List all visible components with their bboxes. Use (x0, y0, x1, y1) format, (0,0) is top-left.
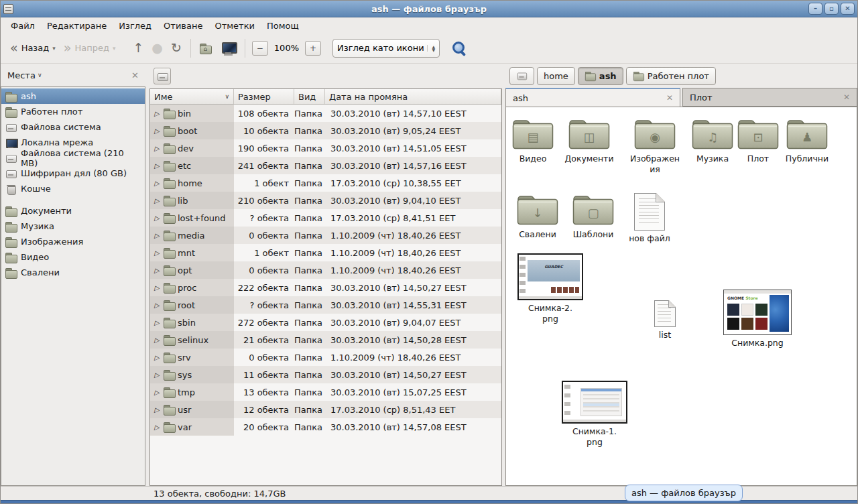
file-item[interactable]: нов файл (617, 193, 682, 244)
menu-item[interactable]: Помощ (261, 19, 305, 32)
close-button[interactable]: ✕ (841, 3, 855, 15)
table-row[interactable]: ▷ usr 12 обекта Папка 17.03.2010 (ср) 8,… (150, 401, 501, 418)
table-row[interactable]: ▷ sbin 272 обекта Папка 30.03.2010 (вт) … (150, 314, 501, 331)
table-row[interactable]: ▷ dev 190 обекта Папка 30.03.2010 (вт) 1… (150, 139, 501, 157)
sidebar-close-icon[interactable]: ✕ (131, 70, 139, 80)
folder-item[interactable]: ◫ Документи (557, 117, 621, 164)
breadcrumb-button[interactable]: home (537, 67, 575, 85)
table-row[interactable]: ▷ opt 0 обекта Папка 1.10.2009 (чт) 18,4… (150, 261, 501, 279)
folder-item[interactable]: ↓ Свалени (505, 193, 570, 240)
table-row[interactable]: ▷ srv 0 обекта Папка 1.10.2009 (чт) 18,4… (150, 349, 501, 366)
sidebar-item-музика[interactable]: Музика (1, 218, 145, 234)
table-row[interactable]: ▷ tmp 13 обекта Папка 30.03.2010 (вт) 15… (150, 383, 501, 401)
table-row[interactable]: ▷ lost+found ? обекта Папка 17.03.2010 (… (150, 209, 501, 227)
column-header-name[interactable]: Име∨ (150, 89, 234, 104)
sidebar-title[interactable]: Места (7, 70, 36, 80)
sidebar-item-ash[interactable]: ash (1, 88, 145, 104)
table-row[interactable]: ▷ selinux 21 обекта Папка 30.03.2010 (вт… (150, 331, 501, 349)
column-header-size[interactable]: Размер (234, 89, 294, 104)
expander-icon[interactable]: ▷ (154, 406, 161, 414)
computer-button[interactable] (217, 37, 240, 60)
expander-icon[interactable]: ▷ (154, 267, 161, 274)
menu-item[interactable]: Редактиране (41, 19, 113, 32)
table-row[interactable]: ▷ media 0 обекта Папка 1.10.2009 (чт) 18… (150, 227, 501, 244)
forward-button[interactable]: » Напред ▾ (60, 37, 120, 60)
file-item[interactable]: list (633, 300, 697, 340)
back-button[interactable]: « Назад ▾ (6, 37, 60, 60)
sidebar-item-документи[interactable]: Документи (1, 203, 145, 218)
sidebar-item-работен[interactable]: Работен плот (1, 104, 145, 119)
expander-icon[interactable]: ▷ (154, 110, 161, 117)
chevron-down-icon[interactable]: ∨ (38, 72, 42, 78)
search-icon[interactable] (452, 41, 467, 56)
expander-icon[interactable]: ▷ (154, 336, 161, 344)
expander-icon[interactable]: ▷ (154, 424, 161, 431)
spinner-icon: ▲▼ (427, 45, 435, 52)
sidebar-item-файлова[interactable]: Файлова система (210 MB) (1, 150, 145, 166)
expander-icon[interactable]: ▷ (154, 232, 161, 239)
breadcrumb-button[interactable]: ash (578, 67, 623, 85)
table-row[interactable]: ▷ etc 241 обекта Папка 30.03.2010 (вт) 1… (150, 157, 501, 174)
expander-icon[interactable]: ▷ (154, 354, 161, 361)
reload-button[interactable]: ↻ (167, 37, 186, 60)
file-browser-window: ash — файлов браузър – ▫ ✕ ФайлРедактира… (0, 0, 858, 504)
home-button[interactable]: ⌂ (196, 37, 217, 60)
tab-плот[interactable]: Плот ✕ (682, 88, 857, 107)
table-row[interactable]: ▷ proc 222 обекта Папка 30.03.2010 (вт) … (150, 279, 501, 296)
menu-item[interactable]: Отметки (208, 19, 260, 32)
up-button[interactable]: ↑ (129, 37, 147, 60)
tab-close-icon[interactable]: ✕ (666, 93, 673, 103)
folder-item[interactable]: ▤ Видео (505, 117, 565, 164)
breadcrumb-button[interactable]: Работен плот (626, 67, 716, 85)
minimize-button[interactable]: – (808, 3, 822, 15)
expander-icon[interactable]: ▷ (154, 127, 161, 135)
menu-item[interactable]: Отиване (158, 19, 208, 32)
zoom-out-button[interactable]: − (252, 41, 268, 56)
expander-icon[interactable]: ▷ (154, 319, 161, 326)
view-mode-select[interactable]: Изглед като икони ▲▼ (332, 39, 440, 58)
expander-icon[interactable]: ▷ (154, 371, 161, 379)
sidebar-item-кошче[interactable]: Кошче (1, 181, 145, 196)
table-row[interactable]: ▷ lib 210 обекта Папка 30.03.2010 (вт) 9… (150, 192, 501, 209)
expander-icon[interactable]: ▷ (154, 389, 161, 396)
expander-icon[interactable]: ▷ (154, 249, 161, 257)
menu-item[interactable]: Изглед (113, 19, 158, 32)
menu-item[interactable]: Файл (5, 19, 41, 32)
expander-icon[interactable]: ▷ (154, 197, 161, 204)
folder-item[interactable]: ♟ Публични (775, 117, 839, 164)
table-row[interactable]: ▷ mnt 1 обект Папка 1.10.2009 (чт) 18,40… (150, 244, 501, 261)
table-row[interactable]: ▷ boot 10 обекта Папка 30.03.2010 (вт) 9… (150, 122, 501, 139)
maximize-button[interactable]: ▫ (824, 3, 839, 15)
sidebar-item-шифриран[interactable]: Шифриран дял (80 GB) (1, 166, 145, 181)
table-row[interactable]: ▷ root ? обекта Папка 30.03.2010 (вт) 14… (150, 296, 501, 314)
expander-icon[interactable]: ▷ (154, 214, 161, 222)
image-file-item[interactable]: GNOME Store Снимка.png (725, 290, 790, 349)
forward-dropdown-icon[interactable]: ▾ (113, 45, 116, 52)
table-row[interactable]: ▷ bin 108 обекта Папка 30.03.2010 (вт) 1… (150, 105, 501, 122)
root-location-button[interactable] (154, 68, 171, 84)
sidebar-item-изображения[interactable]: Изображения (1, 234, 145, 249)
image-file-item[interactable]: Снимка-2. png (518, 253, 583, 324)
sidebar-item-файлова[interactable]: Файлова система (1, 119, 145, 135)
expander-icon[interactable]: ▷ (154, 145, 161, 152)
expander-icon[interactable]: ▷ (154, 302, 161, 309)
zoom-in-button[interactable]: + (305, 41, 321, 56)
tab-close-icon[interactable]: ✕ (843, 92, 850, 102)
expander-icon[interactable]: ▷ (154, 162, 161, 170)
tab-ash[interactable]: ash ✕ (505, 88, 680, 107)
expander-icon[interactable]: ▷ (154, 180, 161, 187)
sidebar-item-видео[interactable]: Видео (1, 249, 145, 265)
column-header-type[interactable]: Вид (294, 89, 325, 104)
image-file-item[interactable]: Снимка-1. png (562, 381, 627, 447)
sidebar-item-свалени[interactable]: Свалени (1, 265, 145, 280)
column-header-date[interactable]: Дата на промяна (325, 89, 501, 104)
folder-item[interactable]: ◉ Изображен ия (623, 117, 687, 174)
folder-item[interactable]: ▢ Шаблони (561, 193, 625, 240)
expander-icon[interactable]: ▷ (154, 284, 161, 292)
table-row[interactable]: ▷ sys 11 обекта Папка 30.03.2010 (вт) 14… (150, 366, 501, 383)
back-dropdown-icon[interactable]: ▾ (52, 45, 56, 52)
stop-button[interactable]: ● (147, 37, 167, 60)
breadcrumb-button[interactable] (509, 67, 534, 85)
table-row[interactable]: ▷ var 20 обекта Папка 30.03.2010 (вт) 14… (150, 418, 501, 436)
table-row[interactable]: ▷ home 1 обект Папка 17.03.2010 (ср) 10,… (150, 174, 501, 192)
